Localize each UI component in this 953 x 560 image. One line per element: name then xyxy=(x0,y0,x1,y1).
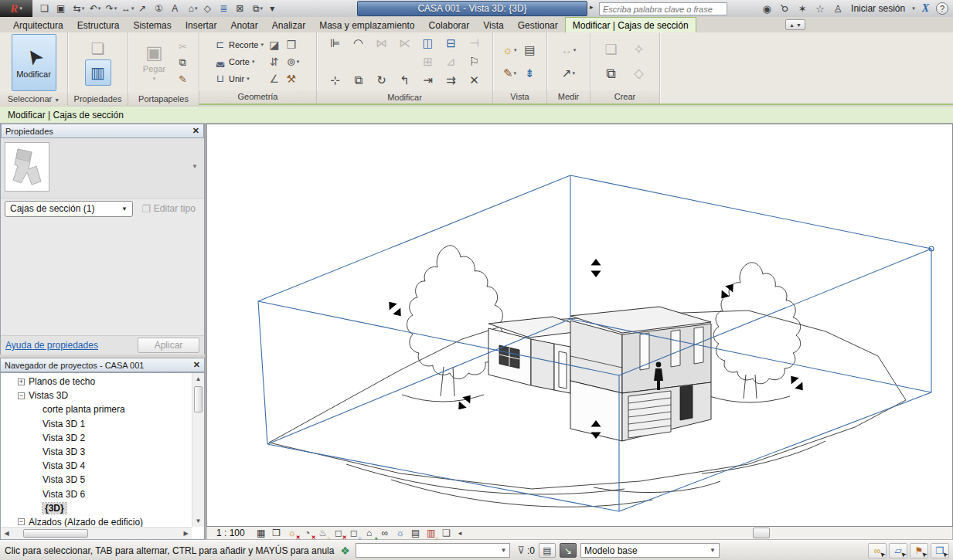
tab-masa-y-emplazamiento[interactable]: Masa y emplazamiento xyxy=(312,18,421,32)
type-selector-combobox[interactable]: Cajas de sección (1) ▼ xyxy=(5,201,133,217)
redo-icon[interactable]: ↷▾ xyxy=(104,2,119,16)
type-preview-chevron-icon[interactable]: ▼ xyxy=(192,163,198,170)
signin-label[interactable]: Iniciar sesión xyxy=(851,3,905,14)
copy-to-clipboard-icon[interactable]: ⧉ xyxy=(175,56,191,70)
visual-style-icon[interactable]: ❒ xyxy=(270,528,284,539)
exchange-apps-icon[interactable]: X xyxy=(922,2,929,15)
join-button[interactable]: ⊔ Unir ▾ xyxy=(214,72,264,86)
text-icon[interactable]: A▾ xyxy=(169,2,185,16)
aligned-dimension-icon[interactable]: ↗▾ xyxy=(137,2,152,16)
split-face-icon[interactable]: ⇵▾ xyxy=(270,56,282,68)
detail-level-icon[interactable]: ▦ xyxy=(254,528,268,539)
trim-icon[interactable]: ⊣ xyxy=(469,36,479,50)
tree-expand-icon[interactable]: − xyxy=(18,392,25,399)
view-lock-icon[interactable]: ⌂ ● xyxy=(362,528,376,539)
default-3d-view-icon[interactable]: ⌂▾ xyxy=(185,2,201,16)
tab-arquitectura[interactable]: Arquitectura xyxy=(6,18,70,32)
array-icon[interactable]: ⊞ xyxy=(423,55,433,69)
mirror-draw-axis-icon[interactable]: ⋉ xyxy=(399,36,410,50)
tab-analizar[interactable]: Analizar xyxy=(265,18,312,32)
temporary-hide-isolate-icon[interactable]: ☼▾ xyxy=(502,43,516,56)
tree-item-planos-de-techo[interactable]: + Planos de techo xyxy=(1,375,192,389)
subscription-key-icon[interactable]: ⚲ xyxy=(775,0,794,18)
tree-item-vistas-3d[interactable]: − Vistas 3D xyxy=(1,389,192,402)
section-icon[interactable]: ◇▾ xyxy=(202,2,217,16)
close-icon[interactable]: ✕ xyxy=(193,360,200,370)
editable-only-button[interactable]: ▤ xyxy=(539,543,556,558)
match-type-icon[interactable]: ✎ xyxy=(175,72,191,86)
tab-insertar[interactable]: Insertar xyxy=(179,18,224,32)
tree-item-vista-3d-5[interactable]: Vista 3D 5 xyxy=(1,473,192,487)
beam-cope-icon[interactable]: ◪▾ xyxy=(269,39,283,51)
shadows-icon[interactable]: ◔ ✕ xyxy=(301,528,315,539)
tree[interactable] xyxy=(710,263,801,402)
viewport-canvas[interactable]: .bx{stroke:var(--boxblue,#3a6ca8);fill:n… xyxy=(206,124,953,527)
displacement-icon[interactable]: ❑ xyxy=(440,528,454,539)
scrollbar-thumb[interactable] xyxy=(23,529,88,538)
aligned-dimension-tool-icon[interactable]: ↗▾ xyxy=(562,66,575,80)
close-inactive-windows-icon[interactable]: ⊠▾ xyxy=(234,2,250,16)
temporary-hide-icon[interactable]: ☼ xyxy=(393,528,407,539)
create-similar-icon[interactable]: ✧ xyxy=(633,41,645,58)
underlay-icon[interactable]: ⇟▾ xyxy=(525,66,538,80)
save-icon[interactable]: ▣▾ xyxy=(55,2,70,16)
panel-caption-portapapeles[interactable]: Portapapeles xyxy=(128,93,199,105)
scroll-right-icon[interactable]: ▶ xyxy=(180,528,192,539)
section-box-arrow[interactable] xyxy=(717,281,737,302)
create-group-icon[interactable]: ❑ xyxy=(604,41,617,58)
measure-tool-icon[interactable]: ↔▾ xyxy=(561,43,577,56)
panel-caption-vista[interactable]: Vista xyxy=(493,90,546,104)
help-icon[interactable]: ? xyxy=(936,2,948,15)
cut-icon[interactable]: ✂ xyxy=(175,39,191,53)
reveal-hidden-icon[interactable]: ∞ xyxy=(378,528,392,539)
tree-item-vista-3d-3[interactable]: Vista 3D 3 xyxy=(1,445,192,459)
sync-with-central-icon[interactable]: ⇆▾ xyxy=(71,2,87,16)
wall-sweep-icon[interactable]: ❒▾ xyxy=(286,39,299,51)
mirror-pick-axis-icon[interactable]: ⋈ xyxy=(376,36,387,50)
demolish-hammer-icon[interactable]: ⚒▾ xyxy=(286,73,299,85)
paste-button[interactable]: ▣ Pegar ▾ xyxy=(137,34,172,91)
measure-icon[interactable]: ↔▾ xyxy=(120,2,136,16)
section-box-arrow[interactable] xyxy=(591,259,601,277)
search-icon[interactable]: ◉ xyxy=(761,2,773,15)
tree-item-vista-3d-4[interactable]: Vista 3D 4 xyxy=(1,459,192,473)
scroll-up-icon[interactable]: ▲ xyxy=(192,373,204,385)
worksharing-display-icon[interactable]: ▤ xyxy=(409,528,423,539)
tree-horizontal-scrollbar[interactable]: ◀ ▶ xyxy=(1,527,192,539)
horizontal-scrollbar-thumb[interactable] xyxy=(753,528,770,538)
panel-caption-seleccionar[interactable]: Seleccionar ▼ xyxy=(0,93,67,106)
tab-sistemas[interactable]: Sistemas xyxy=(126,18,178,32)
tree-expand-icon[interactable]: − xyxy=(18,518,25,525)
select-by-face-icon[interactable]: ❐ ➤ xyxy=(931,543,949,558)
crop-region-icon[interactable]: ◻ ☼ xyxy=(347,528,361,539)
tree[interactable] xyxy=(402,246,502,402)
switch-windows-icon[interactable]: ⧉▾ xyxy=(250,2,266,16)
minimize-ribbon-button[interactable]: ▲▼ xyxy=(785,19,805,30)
search-input[interactable] xyxy=(599,2,727,15)
select-pinned-icon[interactable]: ⚑ ➤ xyxy=(910,543,928,558)
house-model[interactable] xyxy=(488,307,711,441)
tree-item-vista-3d-2[interactable]: Vista 3D 2 xyxy=(1,431,192,445)
crop-view-icon[interactable]: ◻ ✕ xyxy=(332,528,345,539)
project-browser-header[interactable]: Navegador de proyectos - CASA 001 ✕ xyxy=(0,358,205,372)
modify-button[interactable]: ➤ Modificar xyxy=(12,34,56,91)
scroll-down-icon[interactable]: ▼ xyxy=(192,515,204,527)
trim-extend-single-icon[interactable]: ⇥ xyxy=(423,73,433,87)
analytical-model-icon[interactable]: ▥ ☼ xyxy=(424,528,438,539)
linework-icon[interactable]: ✎▾ xyxy=(503,66,516,80)
title-expand-arrow[interactable]: ▸ xyxy=(590,3,594,11)
select-links-icon[interactable]: ∞ ➤ xyxy=(868,543,887,558)
active-workset-combobox[interactable]: ▼ xyxy=(356,543,510,558)
tab-modificar-cajas-de-seccion[interactable]: Modificar | Cajas de sección xyxy=(565,17,696,32)
thin-lines-icon[interactable]: ≣▾ xyxy=(218,2,233,16)
undo-icon[interactable]: ↶▾ xyxy=(87,2,103,16)
tree-expand-icon[interactable]: + xyxy=(18,378,25,385)
signin-user-icon[interactable]: ♙ xyxy=(832,2,844,15)
trim-extend-corner-icon[interactable]: ↰ xyxy=(400,73,410,87)
split-element-icon[interactable]: ◫ xyxy=(422,36,433,50)
tab-estructura[interactable]: Estructura xyxy=(70,18,127,32)
tree-item-vista-3d-1[interactable]: Vista 3D 1 xyxy=(1,417,192,431)
apply-button[interactable]: Aplicar xyxy=(138,338,199,353)
align-icon[interactable]: ⊫ xyxy=(330,36,340,50)
scrollbar-thumb[interactable] xyxy=(194,386,203,412)
